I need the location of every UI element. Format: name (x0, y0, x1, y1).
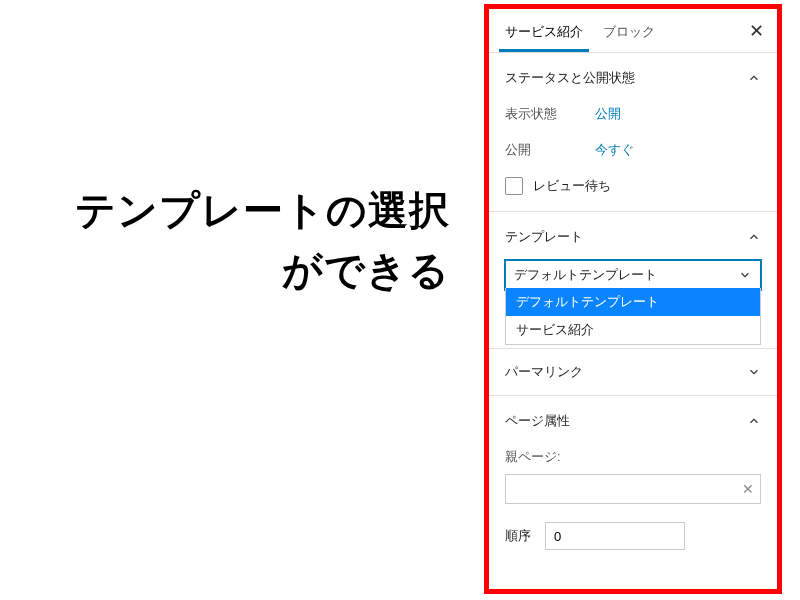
close-icon: ✕ (749, 20, 764, 42)
template-dropdown: デフォルトテンプレート サービス紹介 (505, 288, 761, 345)
highlight-frame: サービス紹介 ブロック ✕ ステータスと公開状態 表示状態 公開 公開 (484, 4, 782, 594)
clear-icon[interactable]: ✕ (742, 481, 754, 497)
status-section-body: 表示状態 公開 公開 今すぐ レビュー待ち (505, 87, 761, 195)
visibility-row: 表示状態 公開 (505, 105, 761, 123)
order-row: 順序 (505, 522, 761, 550)
order-input[interactable] (545, 522, 685, 550)
annotation-text: テンプレートの選択 ができる (30, 180, 450, 300)
status-section-header[interactable]: ステータスと公開状態 (505, 69, 761, 87)
chevron-up-icon (747, 71, 761, 85)
visibility-label: 表示状態 (505, 105, 595, 123)
template-select-wrapper: デフォルトテンプレート デフォルトテンプレート サービス紹介 (505, 260, 761, 290)
publish-row: 公開 今すぐ (505, 141, 761, 159)
template-select[interactable]: デフォルトテンプレート (505, 260, 761, 290)
parent-page-label: 親ページ: (505, 448, 761, 466)
visibility-value[interactable]: 公開 (595, 105, 621, 123)
parent-page-input[interactable]: ✕ (505, 474, 761, 504)
settings-panel: サービス紹介 ブロック ✕ ステータスと公開状態 表示状態 公開 公開 (489, 9, 777, 589)
review-row: レビュー待ち (505, 177, 761, 195)
template-option-service[interactable]: サービス紹介 (506, 316, 760, 344)
template-section-title: テンプレート (505, 228, 583, 246)
status-section: ステータスと公開状態 表示状態 公開 公開 今すぐ レビュー待ち (489, 53, 777, 212)
review-checkbox[interactable] (505, 177, 523, 195)
status-section-title: ステータスと公開状態 (505, 69, 635, 87)
order-label: 順序 (505, 527, 531, 545)
chevron-up-icon (747, 414, 761, 428)
review-label: レビュー待ち (533, 177, 611, 195)
publish-value[interactable]: 今すぐ (595, 141, 634, 159)
permalink-section-title: パーマリンク (505, 363, 583, 381)
template-select-value: デフォルトテンプレート (514, 266, 657, 284)
page-attr-section-header[interactable]: ページ属性 (505, 412, 761, 430)
permalink-section-header[interactable]: パーマリンク (505, 363, 761, 381)
chevron-up-icon (747, 230, 761, 244)
page-attr-section-title: ページ属性 (505, 412, 570, 430)
tab-block[interactable]: ブロック (593, 11, 665, 51)
annotation-line1: テンプレートの選択 (30, 180, 450, 240)
chevron-down-icon (747, 365, 761, 379)
chevron-down-icon (738, 268, 752, 282)
template-section-header[interactable]: テンプレート (505, 228, 761, 246)
publish-label: 公開 (505, 141, 595, 159)
template-option-default[interactable]: デフォルトテンプレート (506, 288, 760, 316)
annotation-line2: ができる (30, 240, 450, 300)
tab-service[interactable]: サービス紹介 (495, 11, 593, 51)
template-section: テンプレート デフォルトテンプレート デフォルトテンプレート サービス紹介 (489, 212, 777, 349)
close-panel-button[interactable]: ✕ (741, 16, 771, 46)
page-attributes-section: ページ属性 親ページ: ✕ 順序 (489, 396, 777, 566)
permalink-section: パーマリンク (489, 349, 777, 396)
panel-tabs: サービス紹介 ブロック ✕ (489, 9, 777, 53)
page-attr-body: 親ページ: ✕ 順序 (505, 430, 761, 550)
